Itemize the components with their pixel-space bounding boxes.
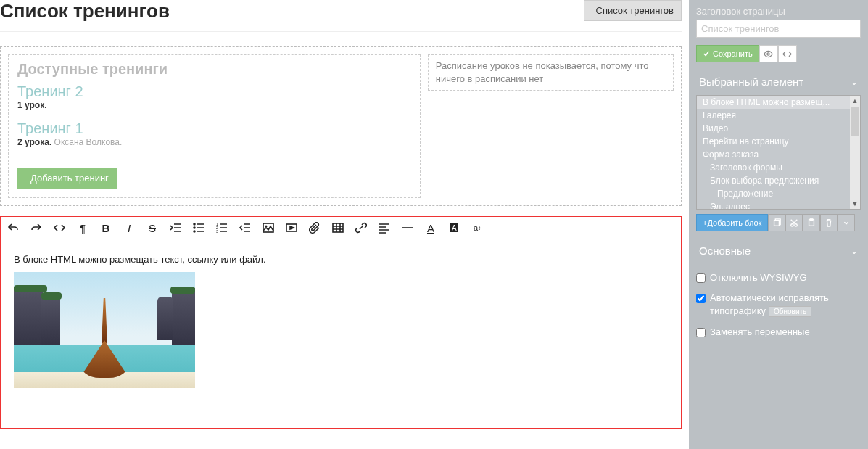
replace-vars-checkbox[interactable] bbox=[696, 328, 706, 337]
listbox-item[interactable]: Форма заказа bbox=[697, 148, 860, 161]
paste-icon[interactable] bbox=[803, 214, 820, 231]
training-item[interactable]: Тренинг 2 1 урок. bbox=[17, 83, 411, 110]
auto-typography-option[interactable]: Автоматически исправлять типографикуОбно… bbox=[696, 292, 861, 318]
svg-text:3: 3 bbox=[216, 229, 218, 234]
chevron-down-icon: ⌄ bbox=[851, 246, 858, 256]
trainings-list-button-label: Список тренингов bbox=[596, 5, 674, 16]
redo-icon[interactable] bbox=[30, 221, 43, 234]
training-author: Оксана Волкова. bbox=[54, 137, 123, 147]
add-training-button[interactable]: Добавить тренинг bbox=[17, 168, 117, 189]
trainings-column[interactable]: Доступные тренинги Тренинг 2 1 урок. Тре… bbox=[8, 54, 421, 198]
listbox-item[interactable]: Блок выбора предложения bbox=[697, 174, 860, 187]
page-title-input[interactable] bbox=[696, 20, 861, 38]
svg-rect-17 bbox=[774, 221, 780, 226]
preview-icon[interactable] bbox=[759, 45, 778, 62]
svg-point-16 bbox=[767, 52, 769, 54]
listbox-item[interactable]: В блоке HTML можно размещ... bbox=[697, 96, 860, 109]
editor-toolbar: ¶ B I S 123 A A a↕ bbox=[1, 217, 681, 239]
html-editor: ¶ B I S 123 A A a↕ В блоке HTML bbox=[0, 216, 682, 429]
link-icon[interactable] bbox=[355, 221, 368, 234]
more-icon[interactable] bbox=[838, 214, 855, 231]
update-typography-button[interactable]: Обновить bbox=[769, 306, 811, 317]
video-icon[interactable] bbox=[285, 221, 298, 234]
bg-color-icon[interactable]: A bbox=[447, 221, 460, 234]
add-block-button[interactable]: +Добавить блок bbox=[696, 214, 768, 231]
listbox-item[interactable]: Галерея bbox=[697, 109, 860, 122]
svg-point-4 bbox=[194, 223, 195, 225]
auto-typography-checkbox[interactable] bbox=[696, 294, 706, 303]
training-name: Тренинг 1 bbox=[17, 120, 411, 137]
listbox-scrollbar[interactable]: ▲ ▼ bbox=[850, 96, 860, 209]
selected-element-panel[interactable]: Выбранный элемент ⌄ bbox=[696, 68, 861, 95]
scroll-up-icon[interactable]: ▲ bbox=[850, 96, 860, 106]
scroll-thumb[interactable] bbox=[851, 107, 859, 136]
undo-icon[interactable] bbox=[7, 221, 20, 234]
ol-icon[interactable]: 123 bbox=[215, 221, 228, 234]
training-lessons: 1 урок. bbox=[17, 100, 47, 110]
paragraph-icon[interactable]: ¶ bbox=[76, 221, 89, 234]
svg-point-19 bbox=[795, 224, 797, 226]
delete-icon[interactable] bbox=[820, 214, 838, 231]
italic-icon[interactable]: I bbox=[123, 221, 136, 234]
svg-point-5 bbox=[194, 227, 195, 228]
listbox-item[interactable]: Видео bbox=[697, 122, 860, 135]
training-name: Тренинг 2 bbox=[17, 83, 411, 100]
main-props-panel[interactable]: Основные ⌄ bbox=[696, 237, 861, 264]
schedule-info: Расписание уроков не показывается, потом… bbox=[428, 54, 674, 91]
save-button-label: Сохранить bbox=[713, 49, 753, 58]
bold-icon[interactable]: B bbox=[99, 221, 112, 234]
attachment-icon[interactable] bbox=[308, 221, 321, 234]
table-icon[interactable] bbox=[331, 221, 344, 234]
copy-icon[interactable] bbox=[768, 214, 785, 231]
save-button[interactable]: Сохранить bbox=[696, 45, 759, 62]
scroll-down-icon[interactable]: ▼ bbox=[850, 199, 860, 209]
font-size-icon[interactable]: a↕ bbox=[471, 221, 484, 234]
listbox-item[interactable]: Предложение bbox=[697, 187, 860, 200]
listbox-item[interactable]: Заголовок формы bbox=[697, 161, 860, 174]
trainings-column-title: Доступные тренинги bbox=[17, 61, 411, 78]
trainings-list-button[interactable]: Список тренингов bbox=[584, 0, 682, 21]
indent-icon[interactable] bbox=[169, 221, 182, 234]
add-training-label: Добавить тренинг bbox=[30, 173, 109, 184]
layout-block: Доступные тренинги Тренинг 2 1 урок. Тре… bbox=[0, 46, 682, 206]
cut-icon[interactable] bbox=[785, 214, 803, 231]
editor-image[interactable] bbox=[14, 272, 195, 388]
listbox-item[interactable]: Перейти на страницу bbox=[697, 135, 860, 148]
align-icon[interactable] bbox=[378, 221, 391, 234]
chevron-down-icon: ⌄ bbox=[851, 77, 858, 87]
properties-sidebar: Заголовок страницы Сохранить Выбранный э… bbox=[689, 0, 868, 449]
image-icon[interactable] bbox=[262, 221, 275, 234]
editor-paragraph: В блоке HTML можно размещать текст, ссыл… bbox=[14, 254, 668, 265]
svg-text:A: A bbox=[452, 224, 457, 232]
replace-vars-option[interactable]: Заменять переменные bbox=[696, 326, 861, 339]
text-color-icon[interactable]: A bbox=[424, 221, 437, 234]
disable-wysiwyg-checkbox[interactable] bbox=[696, 273, 706, 283]
svg-point-18 bbox=[791, 224, 793, 226]
elements-listbox[interactable]: В блоке HTML можно размещ...ГалереяВидео… bbox=[696, 95, 861, 210]
listbox-item[interactable]: Эл. адрес bbox=[697, 200, 860, 210]
training-lessons: 2 урока. bbox=[17, 137, 51, 147]
svg-point-6 bbox=[194, 231, 195, 232]
page-title-label: Заголовок страницы bbox=[696, 6, 861, 17]
hr-icon[interactable] bbox=[401, 221, 414, 234]
code-icon[interactable] bbox=[53, 221, 66, 234]
training-item[interactable]: Тренинг 1 2 урока. Оксана Волкова. bbox=[17, 120, 411, 147]
outdent-icon[interactable] bbox=[239, 221, 252, 234]
editor-body[interactable]: В блоке HTML можно размещать текст, ссыл… bbox=[1, 239, 681, 428]
ul-icon[interactable] bbox=[192, 221, 205, 234]
strike-icon[interactable]: S bbox=[146, 221, 159, 234]
page-title: Список тренингов bbox=[0, 0, 170, 22]
source-icon[interactable] bbox=[778, 45, 797, 62]
disable-wysiwyg-option[interactable]: Отключить WYSIWYG bbox=[696, 271, 861, 284]
svg-rect-13 bbox=[333, 223, 343, 232]
